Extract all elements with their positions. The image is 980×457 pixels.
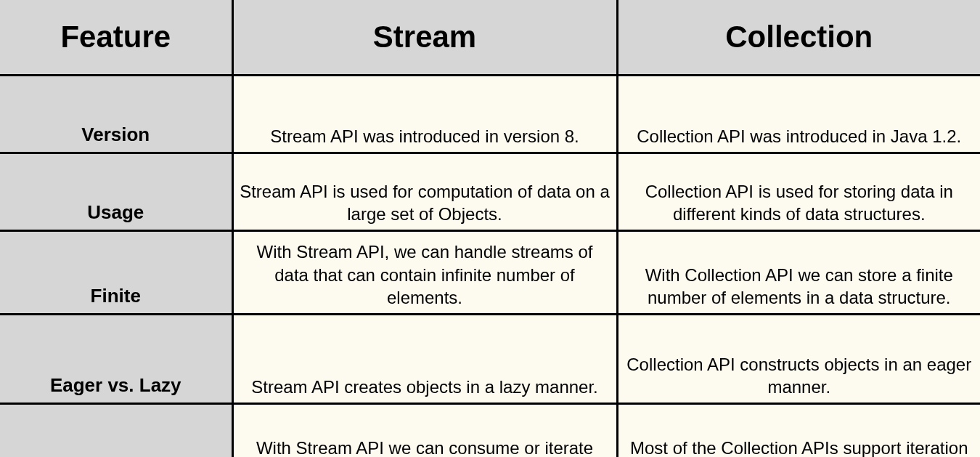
row-finite-feature: Finite [0,231,232,315]
row-version-feature: Version [0,76,232,153]
row-eager-feature: Eager vs. Lazy [0,315,232,404]
header-stream: Stream [232,0,617,76]
header-collection: Collection [617,0,980,76]
row-multi-feature: Multiple consumption [0,404,232,458]
row-version: Version Stream API was introduced in ver… [0,76,980,153]
row-eager-collection: Collection API constructs objects in an … [617,315,980,404]
row-usage-feature: Usage [0,153,232,231]
row-finite-collection: With Collection API we can store a finit… [617,231,980,315]
comparison-table: Feature Stream Collection Version Stream… [0,0,980,457]
row-eager: Eager vs. Lazy Stream API creates object… [0,315,980,404]
row-version-stream: Stream API was introduced in version 8. [232,76,617,153]
row-eager-stream: Stream API creates objects in a lazy man… [232,315,617,404]
row-usage-collection: Collection API is used for storing data … [617,153,980,231]
row-finite-stream: With Stream API, we can handle streams o… [232,231,617,315]
row-version-collection: Collection API was introduced in Java 1.… [617,76,980,153]
row-multi-stream: With Stream API we can consume or iterat… [232,404,617,458]
row-usage-stream: Stream API is used for computation of da… [232,153,617,231]
row-multi-collection: Most of the Collection APIs support iter… [617,404,980,458]
header-feature: Feature [0,0,232,76]
row-finite: Finite With Stream API, we can handle st… [0,231,980,315]
row-usage: Usage Stream API is used for computation… [0,153,980,231]
row-multi: Multiple consumption With Stream API we … [0,404,980,458]
header-row: Feature Stream Collection [0,0,980,76]
